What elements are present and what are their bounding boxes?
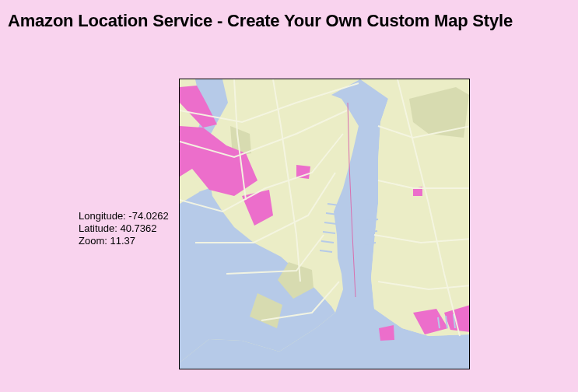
map-canvas[interactable]: [179, 79, 470, 369]
page-title: Amazon Location Service - Create Your Ow…: [0, 0, 578, 31]
svg-line-2: [324, 222, 337, 224]
latitude-row: Latitude: 40.7362: [79, 222, 169, 235]
latitude-value: 40.7362: [121, 222, 157, 234]
longitude-label: Longitude:: [79, 210, 126, 222]
zoom-label: Zoom:: [79, 235, 107, 247]
svg-line-3: [323, 232, 335, 233]
longitude-value: -74.0262: [128, 210, 168, 222]
svg-line-4: [321, 241, 334, 243]
zoom-row: Zoom: 11.37: [79, 235, 169, 247]
latitude-label: Latitude:: [79, 222, 117, 234]
svg-line-5: [320, 250, 332, 252]
zoom-value: 11.37: [110, 235, 135, 247]
map-svg: [180, 79, 470, 369]
coords-readout: Longitude: -74.0262 Latitude: 40.7362 Zo…: [79, 210, 169, 247]
pink-hoboken: [242, 190, 273, 226]
longitude-row: Longitude: -74.0262: [79, 210, 169, 222]
